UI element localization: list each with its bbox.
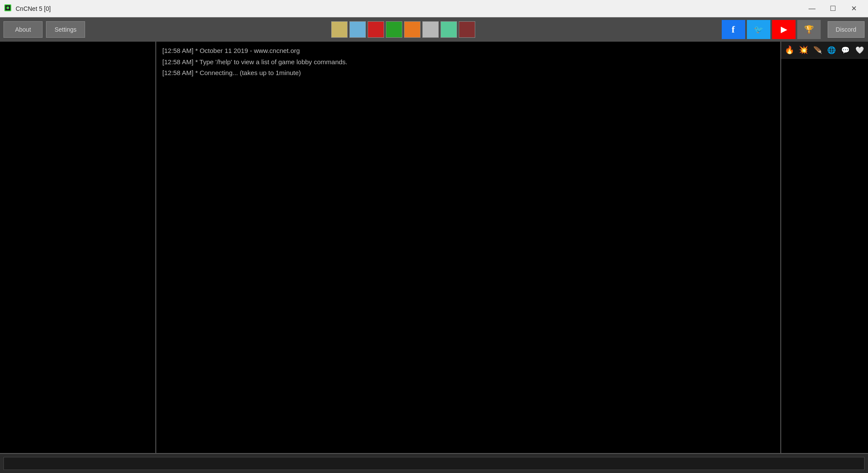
panel-icon-heart[interactable]: 🤍 [854,43,865,56]
panel-icon-explosion[interactable]: 💥 [798,43,809,56]
chat-line: [12:58 AM] * Type '/help' to view a list… [162,56,774,68]
app-title: CnCNet 5 [0] [16,5,51,12]
settings-button[interactable]: Settings [46,21,85,38]
color-swatch-red[interactable] [368,21,384,38]
youtube-button[interactable]: ▶ [772,20,796,39]
chat-line: [12:58 AM] * October 11 2019 - www.cncne… [162,45,774,56]
right-panel-content [781,59,868,453]
maximize-button[interactable]: ☐ [823,2,843,15]
color-palette [331,21,475,38]
youtube-icon: ▶ [781,25,787,34]
panel-icon-speech[interactable]: 💬 [840,43,851,56]
chat-line: [12:58 AM] * Connecting... (takes up to … [162,67,774,79]
panel-icon-fire[interactable]: 🔥 [784,43,795,56]
trophy-button[interactable]: 🏆 [797,20,821,39]
color-swatch-teal[interactable] [441,21,457,38]
color-swatch-light-grey[interactable] [422,21,439,38]
right-panel-icons: 🔥 💥 🪶 🌐 💬 🤍 [781,42,868,59]
close-button[interactable]: ✕ [844,2,864,15]
panel-icon-feather[interactable]: 🪶 [812,43,823,56]
chat-input[interactable] [3,457,865,470]
right-panel: 🔥 💥 🪶 🌐 💬 🤍 [781,42,868,453]
facebook-button[interactable]: f [722,20,745,39]
app-logo [4,4,13,13]
titlebar-left: CnCNet 5 [0] [4,4,51,13]
toolbar: About Settings f 🐦 ▶ 🏆 Discord [0,17,868,42]
titlebar-controls: — ☐ ✕ [802,2,864,15]
twitter-button[interactable]: 🐦 [747,20,770,39]
facebook-icon: f [732,24,735,35]
color-swatch-blue[interactable] [349,21,366,38]
titlebar: CnCNet 5 [0] — ☐ ✕ [0,0,868,17]
social-buttons: f 🐦 ▶ 🏆 [722,20,821,39]
color-swatch-green[interactable] [386,21,402,38]
color-swatch-tan[interactable] [331,21,348,38]
color-swatch-orange[interactable] [404,21,421,38]
twitter-icon: 🐦 [754,25,763,34]
trophy-icon: 🏆 [804,25,814,34]
main-area: [12:58 AM] * October 11 2019 - www.cncne… [0,42,868,453]
about-button[interactable]: About [3,21,43,38]
minimize-button[interactable]: — [802,2,822,15]
panel-icon-globe[interactable]: 🌐 [826,43,837,56]
bottom-bar [0,453,868,473]
chat-area: [12:58 AM] * October 11 2019 - www.cncne… [156,42,781,453]
color-swatch-brown[interactable] [459,21,475,38]
discord-button[interactable]: Discord [828,21,865,38]
left-panel [0,42,156,453]
